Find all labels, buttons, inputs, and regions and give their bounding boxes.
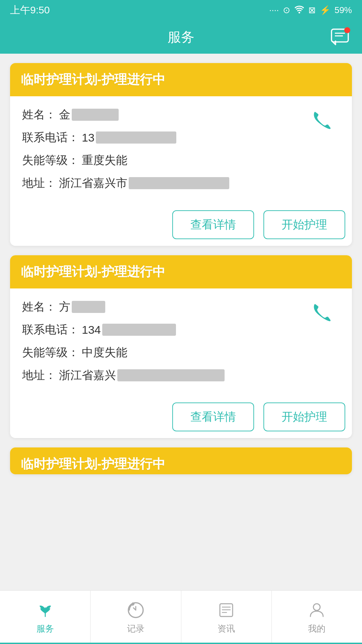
name-label-2: 姓名： xyxy=(22,299,56,315)
card-body-1: 姓名： 金 联系电话： 13 失能等级： 重度失能 地址： 浙江省嘉兴市 xyxy=(10,96,352,208)
name-blur-2 xyxy=(72,301,105,313)
address-row-1: 地址： 浙江省嘉兴市 xyxy=(22,175,340,191)
status-time: 上午9:50 xyxy=(10,3,50,17)
phone-value-1: 13 xyxy=(82,131,95,144)
care-card-1: 临时护理计划-护理进行中 姓名： 金 联系电话： 13 失能等级： 重度失能 xyxy=(10,63,352,246)
page-header: 服务 xyxy=(0,20,362,54)
name-row-2: 姓名： 方 xyxy=(22,299,340,315)
detail-button-1[interactable]: 查看详情 xyxy=(172,210,254,239)
detail-button-2[interactable]: 查看详情 xyxy=(172,402,254,431)
name-label-1: 姓名： xyxy=(22,107,56,122)
status-icons: ···· ⊙ ⊠ ⚡ 59% xyxy=(269,4,352,16)
level-label-1: 失能等级： xyxy=(22,153,79,168)
name-value-1: 金 xyxy=(59,107,70,122)
card-body-2: 姓名： 方 联系电话： 134 失能等级： 中度失能 地址： 浙江省嘉兴 xyxy=(10,288,352,400)
phone-blur-1 xyxy=(96,131,176,144)
address-value-1: 浙江省嘉兴市 xyxy=(59,175,127,191)
address-label-1: 地址： xyxy=(22,175,56,191)
record-icon xyxy=(126,600,146,620)
card-title-1: 临时护理计划-护理进行中 xyxy=(21,72,165,87)
phone-call-button-2[interactable] xyxy=(306,301,336,331)
phone-label-1: 联系电话： xyxy=(22,130,79,145)
tab-news[interactable]: 资讯 xyxy=(181,591,272,644)
screen-rotate-icon: ⊠ xyxy=(308,5,316,15)
phone-row-1: 联系电话： 13 xyxy=(22,130,340,145)
main-content: 临时护理计划-护理进行中 姓名： 金 联系电话： 13 失能等级： 重度失能 xyxy=(0,54,362,590)
card-header-1: 临时护理计划-护理进行中 xyxy=(10,63,352,96)
battery-level: 59% xyxy=(335,5,352,15)
level-label-2: 失能等级： xyxy=(22,345,79,360)
name-value-2: 方 xyxy=(59,299,70,315)
mine-icon xyxy=(307,600,327,620)
bottom-indicator xyxy=(0,643,362,644)
address-value-2: 浙江省嘉兴 xyxy=(59,368,116,383)
card-header-3: 临时护理计划-护理进行中 xyxy=(10,447,352,474)
tab-record[interactable]: 记录 xyxy=(90,591,181,644)
tab-mine[interactable]: 我的 xyxy=(272,591,362,644)
address-blur-1 xyxy=(129,177,229,189)
tab-service[interactable]: 服务 xyxy=(0,591,90,644)
phone-value-2: 134 xyxy=(82,323,101,336)
service-icon xyxy=(35,600,55,620)
card-actions-2: 查看详情 开始护理 xyxy=(10,400,352,438)
phone-blur-2 xyxy=(102,324,176,336)
care-card-2: 临时护理计划-护理进行中 姓名： 方 联系电话： 134 失能等级： 中度失能 xyxy=(10,255,352,438)
address-row-2: 地址： 浙江省嘉兴 xyxy=(22,368,340,383)
name-blur-1 xyxy=(72,109,119,121)
news-icon xyxy=(216,600,236,620)
tab-news-label: 资讯 xyxy=(218,623,235,635)
level-value-2: 中度失能 xyxy=(82,345,127,360)
card-header-2: 临时护理计划-护理进行中 xyxy=(10,255,352,288)
message-icon xyxy=(331,29,349,45)
tab-mine-label: 我的 xyxy=(308,623,325,635)
level-row-1: 失能等级： 重度失能 xyxy=(22,153,340,168)
status-bar: 上午9:50 ···· ⊙ ⊠ ⚡ 59% xyxy=(0,0,362,20)
card-title-2: 临时护理计划-护理进行中 xyxy=(21,265,165,279)
level-row-2: 失能等级： 中度失能 xyxy=(22,345,340,360)
tab-bar: 服务 记录 资讯 xyxy=(0,590,362,644)
address-label-2: 地址： xyxy=(22,368,56,383)
phone-label-2: 联系电话： xyxy=(22,322,79,337)
message-badge xyxy=(344,27,350,33)
message-button[interactable] xyxy=(330,27,350,47)
phone-call-button-1[interactable] xyxy=(306,108,336,139)
wifi-icon xyxy=(294,4,304,16)
start-care-button-1[interactable]: 开始护理 xyxy=(263,210,345,239)
svg-point-8 xyxy=(313,604,320,610)
card-actions-1: 查看详情 开始护理 xyxy=(10,208,352,246)
start-care-button-2[interactable]: 开始护理 xyxy=(263,402,345,431)
care-card-3-partial: 临时护理计划-护理进行中 xyxy=(10,447,352,474)
card-title-3: 临时护理计划-护理进行中 xyxy=(21,457,165,471)
signal-icon: ···· xyxy=(269,5,279,15)
level-value-1: 重度失能 xyxy=(82,153,127,168)
address-blur-2 xyxy=(117,369,225,381)
page-title: 服务 xyxy=(168,28,194,46)
tab-service-label: 服务 xyxy=(37,623,54,635)
headset-icon: ⊙ xyxy=(283,5,290,15)
tab-record-label: 记录 xyxy=(127,623,144,635)
phone-row-2: 联系电话： 134 xyxy=(22,322,340,337)
charging-icon: ⚡ xyxy=(320,5,330,15)
name-row-1: 姓名： 金 xyxy=(22,107,340,122)
